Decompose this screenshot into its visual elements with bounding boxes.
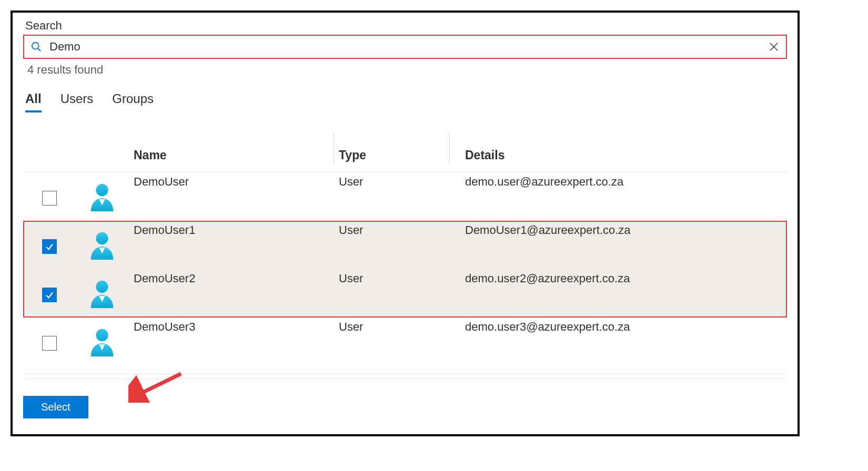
row-type: User bbox=[339, 318, 455, 334]
annotation-arrow bbox=[128, 371, 186, 403]
row-details: demo.user2@azureexpert.co.za bbox=[455, 270, 787, 285]
search-icon bbox=[31, 41, 42, 53]
svg-point-4 bbox=[96, 183, 108, 196]
table-row[interactable]: DemoUser2Userdemo.user2@azureexpert.co.z… bbox=[23, 269, 787, 318]
svg-point-5 bbox=[96, 232, 108, 244]
column-header-details[interactable]: Details bbox=[455, 148, 787, 162]
person-icon bbox=[87, 279, 117, 309]
row-type: User bbox=[339, 270, 455, 285]
column-header-name[interactable]: Name bbox=[128, 148, 339, 162]
person-icon bbox=[87, 327, 117, 357]
row-type: User bbox=[339, 221, 455, 237]
select-button[interactable]: Select bbox=[23, 396, 88, 418]
table-row[interactable]: DemoUser1UserDemoUser1@azureexpert.co.za bbox=[23, 221, 787, 269]
tab-groups[interactable]: Groups bbox=[112, 91, 154, 112]
row-details: DemoUser1@azureexpert.co.za bbox=[455, 221, 787, 237]
search-field-label: Search bbox=[25, 19, 787, 33]
results-count: 4 results found bbox=[27, 63, 787, 77]
row-checkbox[interactable] bbox=[42, 336, 57, 351]
search-box[interactable] bbox=[23, 35, 787, 59]
person-icon bbox=[87, 230, 117, 261]
clear-search-icon[interactable] bbox=[768, 41, 780, 53]
svg-line-1 bbox=[38, 48, 41, 52]
row-details: demo.user3@azureexpert.co.za bbox=[455, 318, 787, 334]
svg-line-8 bbox=[138, 374, 181, 395]
dialog-frame: Search 4 results found All Users Groups … bbox=[11, 11, 800, 436]
filter-tabs: All Users Groups bbox=[25, 91, 787, 112]
row-checkbox[interactable] bbox=[42, 239, 57, 254]
svg-point-7 bbox=[96, 329, 108, 341]
person-icon bbox=[87, 182, 117, 212]
column-header-type[interactable]: Type bbox=[339, 148, 455, 162]
table-row[interactable]: DemoUserUserdemo.user@azureexpert.co.za bbox=[23, 172, 787, 221]
table-header: Name Type Details bbox=[23, 130, 787, 172]
row-checkbox[interactable] bbox=[42, 288, 57, 302]
results-table: Name Type Details DemoUserUserdemo.user@… bbox=[23, 130, 787, 366]
tab-all[interactable]: All bbox=[25, 91, 42, 112]
svg-point-0 bbox=[32, 43, 39, 49]
svg-point-6 bbox=[96, 280, 108, 292]
search-input[interactable] bbox=[49, 40, 768, 54]
tab-users[interactable]: Users bbox=[60, 91, 94, 112]
dialog-footer: Select bbox=[23, 374, 787, 418]
row-checkbox[interactable] bbox=[42, 191, 57, 206]
row-name: DemoUser bbox=[128, 173, 339, 189]
table-row[interactable]: DemoUser3Userdemo.user3@azureexpert.co.z… bbox=[23, 318, 787, 366]
row-name: DemoUser1 bbox=[128, 221, 339, 237]
row-name: DemoUser3 bbox=[128, 318, 339, 334]
row-name: DemoUser2 bbox=[128, 270, 339, 285]
row-type: User bbox=[339, 173, 455, 189]
row-details: demo.user@azureexpert.co.za bbox=[455, 173, 787, 189]
